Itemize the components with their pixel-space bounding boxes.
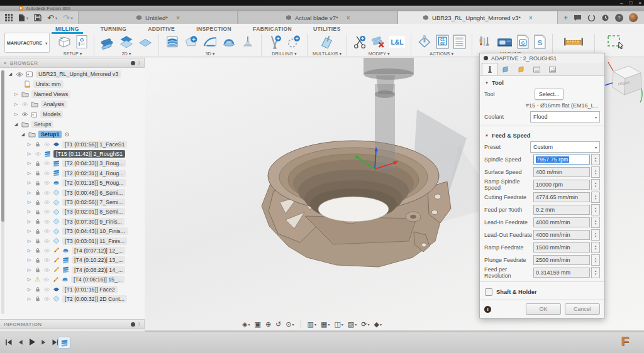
stepper[interactable]: ▴▾ [591,192,600,203]
3d-adaptive-icon[interactable] [164,34,180,50]
operation-row[interactable]: ▷[T2 (0:04:33)] 3_Roug... [8,159,143,168]
eye-off-icon[interactable] [43,277,50,282]
tab-heights[interactable] [513,63,529,75]
tool-section-header[interactable]: ▼ Tool [480,76,604,88]
expander-icon[interactable]: ▷ [26,229,32,234]
app-grid-icon[interactable] [5,14,13,21]
stepper[interactable]: ▴▾ [591,242,600,253]
stepper[interactable]: ▴▾ [591,254,600,266]
operation-label[interactable]: [T3 (0:02:56)] 7_Semi... [62,198,125,206]
info-icon[interactable]: i [484,306,491,313]
operation-row[interactable]: ▷[T4 (0:08:22)] 14_... [8,265,143,274]
tree-setup1-row[interactable]: ◢ Setup1 ⊙ [8,129,143,139]
operation-row[interactable]: ▷[T2 (0:02:31)] 4_Roug... [8,168,143,178]
expander-icon[interactable]: ▷ [13,102,19,107]
tree-root-row[interactable]: ◢ UBR23_RL_Upright_Mirrored v3 [8,69,143,79]
operation-row[interactable]: ▷[T3 (0:02:01)] 8_Semi... [8,207,143,217]
stepper[interactable]: ▴▾ [591,166,600,178]
expander-icon[interactable]: ▷ [26,268,32,273]
effects-icon[interactable]: ◆▾ [374,320,381,329]
ribbon-tab-turning[interactable]: TURNING [98,26,130,32]
skip-start-button[interactable] [5,339,13,346]
help-icon[interactable]: ? [615,14,623,22]
expander-icon[interactable]: ▷ [26,277,32,282]
operation-row[interactable]: ▷[T1 (0:01:56)] 1_FaceS1 [8,139,143,149]
operation-row[interactable]: ▷[T3 (0:02:56)] 7_Semi... [8,197,143,207]
operation-label[interactable]: [T1 (0:01:16)] Face2 [62,286,118,293]
3d-steep-shallow-icon[interactable] [202,34,218,50]
stepper[interactable]: ▴▾ [591,154,600,165]
3d-spiral-icon[interactable] [240,34,256,50]
tree-setups-row[interactable]: ◢ Setups [8,119,143,129]
collapse-icon[interactable]: « [4,60,7,66]
swarf-icon[interactable] [319,34,335,50]
operation-label[interactable]: [T3 (0:07:30)] 9_Finis... [62,218,125,225]
workspace-selector[interactable]: MANUFACTURE ▾ [4,33,50,53]
shaft-holder-checkbox[interactable] [485,288,492,296]
document-tab[interactable]: Untitled*× [78,11,238,24]
operation-row[interactable]: ▷[T15 (0:11:42)] 2_RoughS1 [8,149,143,158]
minimize-button[interactable]: – [620,1,623,6]
eye-off-icon[interactable] [43,209,50,214]
zoom-icon[interactable]: ⊙▾ [286,320,294,329]
tree-analysis-row[interactable]: ▷ Analysis [8,99,143,109]
setup-sheet-doc-icon[interactable]: S [533,34,547,50]
operation-label[interactable]: [T2 (0:01:18)] 5_Roug... [62,179,126,187]
feed-row-input[interactable]: 1500 mm/min [533,242,590,253]
eye-off-icon[interactable] [43,287,50,292]
eye-off-icon[interactable] [35,151,42,156]
operation-label[interactable]: [T2 (0:04:33)] 3_Roug... [62,160,126,167]
step-forward-button[interactable] [40,339,47,346]
expander-icon[interactable]: ▷ [26,296,32,301]
nc-program-icon[interactable]: G [75,34,89,50]
view-cube[interactable]: FRONT [604,62,642,102]
current-operation-icon[interactable] [58,337,70,349]
feed-row-input[interactable]: 4000 mm/min [533,230,590,240]
shaft-holder-section[interactable]: Shaft & Holder [480,285,604,300]
ribbon-tab-milling[interactable]: MILLING [53,26,82,32]
eye-off-icon[interactable] [43,258,50,263]
operation-row[interactable]: ▷[T4 (0:10:22)] 13_... [8,256,143,265]
eye-off-icon[interactable] [43,268,50,273]
eye-off-icon[interactable] [43,219,50,224]
operation-row[interactable]: ▷⚠[T4 (0:06:16)] 15_... [8,274,143,284]
operation-label[interactable]: [T3 (0:04:43)] 10_Finis... [62,227,128,235]
eye-off-icon[interactable] [21,102,28,107]
operation-row[interactable]: ▷[T4 (0:07:12)] 12_... [8,246,143,255]
ribbon-tab-additive[interactable]: ADDITIVE [145,26,177,32]
3d-dome-icon[interactable] [221,34,237,50]
folder-label[interactable]: Analysis [41,100,67,108]
grid-and-snaps-icon[interactable]: ▦▾ [321,320,330,329]
visual-style-icon[interactable]: ▧▾ [348,320,357,329]
expander-icon[interactable]: ▷ [26,239,32,244]
stepper[interactable]: ▴▾ [591,204,600,215]
eye-off-icon[interactable] [43,239,50,244]
feed-row-input[interactable]: 2500 mm/min [533,255,590,265]
refresh-icon[interactable]: ⟳▾ [361,320,369,329]
job-status-icon[interactable] [587,14,596,22]
feed-speed-section-header[interactable]: ▼ Feed & Speed [480,129,604,141]
preset-select[interactable]: Custom ▾ [530,141,600,153]
expander-icon[interactable]: ▷ [13,112,19,117]
expander-icon[interactable]: ▷ [13,92,19,97]
operation-label[interactable]: [T2 (0:02:31)] 4_Roug... [62,170,126,177]
expander-icon[interactable]: ▷ [26,171,32,176]
tree-units-row[interactable]: Units: mm [8,79,143,89]
tab-passes[interactable] [529,63,545,75]
gcode-doc-icon[interactable]: G [516,34,530,50]
2d-pocket-icon[interactable] [118,34,135,50]
eye-off-icon[interactable] [43,161,50,166]
operation-label[interactable]: [T3 (0:02:01)] 8_Semi... [62,208,125,215]
document-tab[interactable]: UBR23_RL_Upright_Mirrored v3*× [397,11,557,24]
feed-row-input[interactable]: 4000 mm/min [533,217,590,227]
folder-label[interactable]: Models [40,111,63,118]
selection-marquee-icon[interactable] [606,34,625,50]
redo-button[interactable]: ↷▾ [63,13,73,23]
operation-label[interactable]: [T3 (0:03:01)] 11_Finis... [62,237,127,245]
new-tab-button[interactable]: + [564,14,568,21]
step-back-button[interactable] [17,339,24,346]
close-button[interactable]: × [638,1,641,6]
ribbon-tab-utilities[interactable]: UTILITIES [311,26,343,32]
operation-row[interactable]: ▷[T2 (0:01:18)] 5_Roug... [8,178,143,188]
operation-row[interactable]: ▷[T2 (0:00:32)] 2D Cont... [8,294,143,303]
